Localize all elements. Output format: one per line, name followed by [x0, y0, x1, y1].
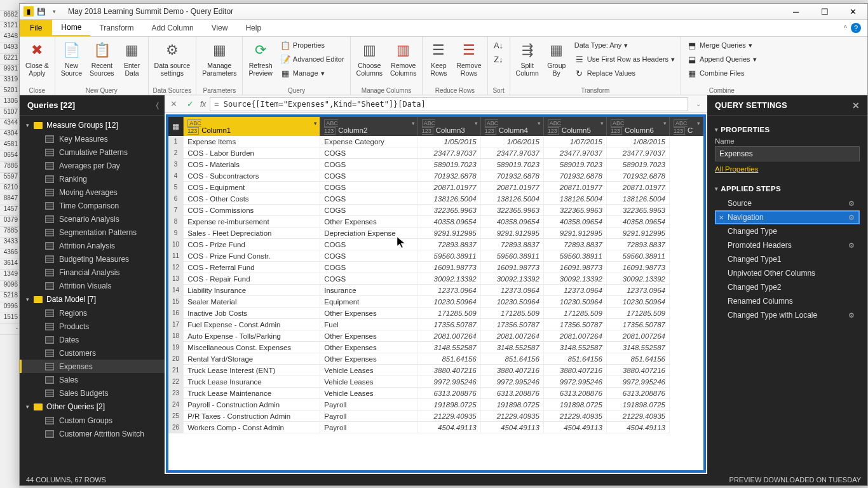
combine-files-button[interactable]: ▦Combine Files: [684, 66, 760, 80]
data-cell[interactable]: 138126.5004: [417, 193, 480, 205]
formula-input[interactable]: [210, 97, 688, 111]
file-menu[interactable]: File: [20, 20, 52, 36]
data-cell[interactable]: 10230.50964: [417, 296, 480, 308]
query-item[interactable]: Time Comparison: [20, 199, 165, 212]
data-cell[interactable]: 3148.552587: [543, 342, 606, 353]
data-cell[interactable]: 6313.208876: [606, 388, 669, 399]
data-cell[interactable]: 191898.0725: [543, 399, 606, 410]
row-number[interactable]: 18: [168, 330, 184, 342]
recent-sources-button[interactable]: 📋Recent Sources: [86, 38, 118, 79]
data-cell[interactable]: COS - Referral Fund: [184, 262, 320, 273]
query-item[interactable]: Custom Groups: [20, 414, 165, 427]
data-cell[interactable]: 40358.09654: [606, 216, 669, 227]
tab-transform[interactable]: Transform: [90, 20, 142, 36]
data-cell[interactable]: 701932.6878: [606, 170, 669, 182]
data-cell[interactable]: Expense re-imbursement: [184, 216, 320, 227]
applied-step[interactable]: Renamed Columns: [715, 294, 860, 308]
query-group[interactable]: Data Model [7]: [20, 292, 165, 306]
data-cell[interactable]: COGS: [320, 273, 417, 285]
help-icon[interactable]: ?: [851, 23, 861, 33]
data-cell[interactable]: 171285.509: [417, 308, 480, 319]
data-cell[interactable]: 9972.995246: [543, 376, 606, 388]
data-cell[interactable]: Expense Category: [320, 136, 417, 147]
column-header[interactable]: ABC123Column6▾: [606, 117, 669, 136]
data-cell[interactable]: 138126.5004: [480, 193, 543, 205]
column-header[interactable]: ABC123Column2▾: [320, 117, 417, 136]
data-cell[interactable]: 3148.552587: [417, 342, 480, 353]
row-number[interactable]: 20: [168, 353, 184, 365]
data-cell[interactable]: 23477.97037: [417, 147, 480, 159]
data-cell[interactable]: P/R Taxes - Construction Admin: [184, 410, 320, 422]
data-cell[interactable]: Sealer Material: [184, 296, 320, 308]
data-cell[interactable]: Other Expenses: [320, 308, 417, 319]
data-cell[interactable]: 12373.0964: [606, 285, 669, 296]
data-cell[interactable]: 171285.509: [606, 308, 669, 319]
data-cell[interactable]: 4504.49113: [480, 422, 543, 433]
query-item[interactable]: Ranking: [20, 172, 165, 186]
data-cell[interactable]: 40358.09654: [417, 216, 480, 227]
data-cell[interactable]: 59560.38911: [417, 250, 480, 262]
sort-asc-button[interactable]: A↓: [491, 38, 507, 52]
row-number[interactable]: 11: [168, 250, 184, 262]
data-cell[interactable]: 17356.50787: [543, 319, 606, 330]
sort-desc-button[interactable]: Z↓: [491, 52, 507, 66]
corner-cell[interactable]: ▦: [168, 117, 184, 136]
row-number[interactable]: 25: [168, 410, 184, 422]
applied-step[interactable]: Changed Type: [715, 224, 860, 238]
data-cell[interactable]: 9972.995246: [606, 376, 669, 388]
row-number[interactable]: 8: [168, 216, 184, 227]
column-header[interactable]: ABC123Column4▾: [480, 117, 543, 136]
split-column-button[interactable]: ⇶Split Column: [513, 38, 542, 79]
query-item[interactable]: Dates: [20, 333, 165, 346]
data-cell[interactable]: COS - Labor Burden: [184, 147, 320, 159]
data-cell[interactable]: 1/06/2015: [480, 136, 543, 147]
row-number[interactable]: 1: [168, 136, 184, 147]
data-cell[interactable]: 21229.40935: [543, 410, 606, 422]
data-cell[interactable]: Vehicle Leases: [320, 365, 417, 376]
data-cell[interactable]: 4504.49113: [606, 422, 669, 433]
data-cell[interactable]: 3880.407216: [606, 365, 669, 376]
data-cell[interactable]: Sales - Fleet Depreciation: [184, 227, 320, 239]
data-type-button[interactable]: Data Type: Any ▾: [571, 38, 678, 52]
data-cell[interactable]: 171285.509: [480, 308, 543, 319]
data-cell[interactable]: 9291.912995: [606, 227, 669, 239]
data-cell[interactable]: 20871.01977: [480, 182, 543, 193]
remove-rows-button[interactable]: ☰Remove Rows: [453, 38, 484, 79]
replace-values-button[interactable]: ↻Replace Values: [571, 66, 678, 80]
data-grid[interactable]: ▦ABC123Column1▾ABC123Column2▾ABC123Colum…: [166, 114, 706, 473]
data-cell[interactable]: 9291.912995: [417, 227, 480, 239]
data-cell[interactable]: COGS: [320, 262, 417, 273]
data-cell[interactable]: 2081.007264: [417, 330, 480, 342]
minimize-button[interactable]: ─: [782, 4, 810, 20]
data-cell[interactable]: COS - Materials: [184, 159, 320, 170]
data-cell[interactable]: 138126.5004: [606, 193, 669, 205]
data-cell[interactable]: 23477.97037: [543, 147, 606, 159]
row-number[interactable]: 10: [168, 239, 184, 250]
group-by-button[interactable]: ▦Group By: [543, 38, 570, 79]
close-button[interactable]: ✕: [839, 4, 867, 20]
data-cell[interactable]: Other Expenses: [320, 216, 417, 227]
data-cell[interactable]: 191898.0725: [480, 399, 543, 410]
data-cell[interactable]: 2081.007264: [606, 330, 669, 342]
tab-add-column[interactable]: Add Column: [143, 20, 203, 36]
data-cell[interactable]: Payroll: [320, 410, 417, 422]
enter-data-button[interactable]: ▦Enter Data: [119, 38, 146, 79]
data-cell[interactable]: 6313.208876: [480, 388, 543, 399]
data-cell[interactable]: Other Expenses: [320, 330, 417, 342]
data-cell[interactable]: Equipment: [320, 296, 417, 308]
data-cell[interactable]: 40358.09654: [480, 216, 543, 227]
properties-button[interactable]: 📋Properties: [277, 38, 348, 52]
applied-step[interactable]: Promoted Headers⚙: [715, 238, 860, 252]
all-properties-link[interactable]: All Properties: [715, 165, 758, 173]
data-cell[interactable]: Workers Comp - Const Admin: [184, 422, 320, 433]
data-cell[interactable]: 589019.7023: [480, 159, 543, 170]
data-cell[interactable]: 191898.0725: [606, 399, 669, 410]
row-number[interactable]: 4: [168, 170, 184, 182]
applied-step[interactable]: Source⚙: [715, 196, 860, 210]
applied-step[interactable]: ✕Navigation⚙: [715, 210, 860, 224]
refresh-preview-button[interactable]: ⟳Refresh Preview: [245, 38, 275, 79]
data-cell[interactable]: 17356.50787: [417, 319, 480, 330]
data-cell[interactable]: 589019.7023: [543, 159, 606, 170]
row-number[interactable]: 7: [168, 205, 184, 216]
keep-rows-button[interactable]: ☰Keep Rows: [425, 38, 452, 79]
